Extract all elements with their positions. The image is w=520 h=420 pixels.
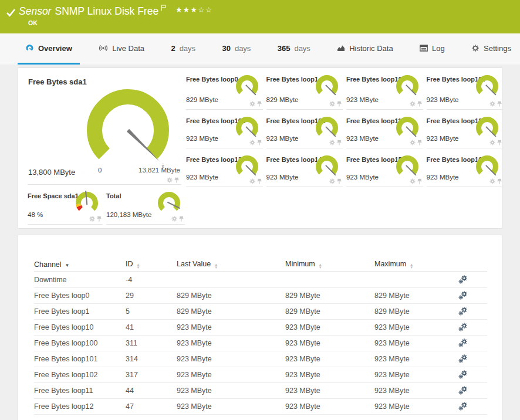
priority-stars[interactable]: ★★★☆☆	[175, 6, 213, 14]
column-header-maximum[interactable]: Maximum▲▼	[374, 258, 458, 272]
gear-icon[interactable]	[489, 101, 495, 107]
main-gauge-value: 13,800 MByte	[28, 168, 75, 177]
gear-icon[interactable]	[329, 140, 335, 145]
gauge-tile: Free Bytes loop100923 MByte	[427, 68, 504, 110]
tab-overview[interactable]: Overview	[18, 33, 80, 65]
gear-icon[interactable]	[489, 178, 495, 184]
gauge-dial	[474, 74, 501, 101]
channel-name: Free Bytes loop0	[34, 287, 126, 303]
sensor-tabbar: OverviewLive Data2days30days365daysHisto…	[0, 33, 520, 65]
pin-icon[interactable]	[417, 178, 422, 184]
column-label: Channel	[34, 260, 62, 269]
gear-icon[interactable]	[410, 101, 416, 107]
pin-icon[interactable]	[417, 101, 422, 107]
sensor-status-header: SensorSNMP Linux Disk Free★★★☆☆ OK	[0, 0, 520, 33]
pin-icon[interactable]	[497, 178, 502, 184]
gear-icon[interactable]	[249, 140, 255, 145]
pin-icon[interactable]	[97, 216, 102, 222]
gear-icon[interactable]	[329, 101, 335, 107]
tab-live-data[interactable]: Live Data	[91, 33, 152, 65]
pin-icon[interactable]	[497, 101, 502, 107]
column-header-minimum[interactable]: Minimum▲▼	[285, 258, 374, 272]
channel-maximum: 829 MByte	[374, 287, 458, 303]
column-header-channel[interactable]: Channel▼	[34, 258, 126, 272]
column-header-actions	[458, 258, 487, 272]
tab-30-days[interactable]: 30days	[214, 33, 258, 65]
channel-maximum: 923 MByte	[374, 335, 458, 351]
gear-icon[interactable]	[167, 177, 173, 183]
channel-row: Free Bytes loop029829 MByte829 MByte829 …	[34, 287, 487, 303]
gauge-dial	[394, 74, 421, 101]
channel-settings-gears-icon[interactable]	[458, 368, 468, 379]
channel-settings-gears-icon[interactable]	[458, 273, 468, 284]
channel-settings-gears-icon[interactable]	[458, 353, 468, 363]
channel-maximum: 829 MByte	[374, 303, 458, 319]
gear-icon[interactable]	[410, 178, 416, 184]
gauge-tile: Free Bytes loop102923 MByte	[266, 110, 343, 148]
gauge-tile: Free Bytes loop14923 MByte	[266, 148, 343, 187]
channel-maximum: 923 MByte	[374, 398, 458, 414]
gauge-tile: Free Bytes loop0829 MByte	[186, 68, 263, 110]
channel-id: 317	[126, 367, 177, 382]
gauge-tile: Free Bytes loop15923 MByte	[346, 148, 423, 187]
tab-365-days[interactable]: 365days	[270, 33, 318, 65]
priority-flag-icon[interactable]	[161, 2, 166, 14]
channel-settings-gears-icon[interactable]	[458, 384, 468, 395]
channel-row: Free Bytes loop1247923 MByte923 MByte923…	[34, 398, 487, 414]
gauge-value: 923 MByte	[266, 135, 299, 142]
gear-icon[interactable]	[329, 178, 335, 184]
channel-settings-gears-icon[interactable]	[458, 400, 468, 411]
column-label: Maximum	[374, 260, 406, 268]
small-gauges-grid: Free Bytes loop0829 MByteFree Bytes loop…	[186, 68, 503, 187]
tab-number: 30	[222, 44, 230, 53]
channel-settings-gears-icon[interactable]	[458, 305, 468, 316]
channel-minimum	[285, 272, 374, 287]
channel-last-value	[177, 272, 285, 287]
pin-icon[interactable]	[257, 140, 262, 145]
channel-id: 44	[126, 382, 177, 398]
channel-maximum: 923 MByte	[374, 382, 458, 398]
column-header-id[interactable]: ID▲▼	[126, 258, 177, 272]
channel-last-value: 829 MByte	[177, 287, 285, 303]
pin-icon[interactable]	[174, 177, 179, 183]
pin-icon[interactable]	[257, 178, 262, 184]
tab-label: Historic Data	[349, 44, 393, 53]
channel-id: 5	[126, 303, 177, 319]
tab-log[interactable]: Log	[412, 33, 453, 65]
pin-icon[interactable]	[417, 140, 422, 145]
gear-icon[interactable]	[489, 140, 495, 145]
pin-icon[interactable]	[337, 101, 342, 107]
channel-last-value: 923 MByte	[177, 367, 285, 382]
gauge-title: Free Bytes loop0	[186, 76, 238, 83]
gauge-value: 923 MByte	[427, 96, 459, 103]
column-header-last-value[interactable]: Last Value▲▼	[177, 258, 285, 272]
gauge-dial	[73, 191, 100, 218]
tab-2-days[interactable]: 2days	[163, 33, 203, 65]
bar-chart-icon	[337, 45, 345, 52]
gear-icon[interactable]	[89, 216, 95, 222]
channel-id: 47	[126, 398, 177, 414]
gear-icon[interactable]	[249, 101, 255, 107]
gear-icon[interactable]	[171, 216, 177, 222]
channel-last-value: 923 MByte	[177, 319, 285, 335]
gauge-value: 923 MByte	[427, 174, 459, 181]
pin-icon[interactable]	[179, 216, 184, 222]
gauge-value: 923 MByte	[427, 135, 459, 142]
channel-row: Free Bytes loop101314923 MByte923 MByte9…	[34, 351, 487, 367]
sort-toggle-icon: ▲▼	[214, 263, 218, 269]
tab-label: Overview	[38, 44, 72, 53]
tab-historic-data[interactable]: Historic Data	[329, 33, 400, 65]
gear-icon[interactable]	[249, 178, 255, 184]
channel-settings-gears-icon[interactable]	[458, 321, 468, 331]
pin-icon[interactable]	[257, 101, 262, 107]
channel-last-value: 829 MByte	[177, 303, 285, 319]
tab-settings[interactable]: Settings	[464, 33, 519, 65]
channel-last-value: 923 MByte	[177, 382, 285, 398]
gear-icon[interactable]	[410, 140, 416, 145]
channel-settings-gears-icon[interactable]	[458, 337, 468, 347]
pin-icon[interactable]	[337, 140, 342, 145]
pin-icon[interactable]	[337, 178, 342, 184]
pin-icon[interactable]	[497, 140, 502, 145]
channel-minimum: 923 MByte	[285, 351, 374, 367]
channel-settings-gears-icon[interactable]	[458, 289, 468, 300]
